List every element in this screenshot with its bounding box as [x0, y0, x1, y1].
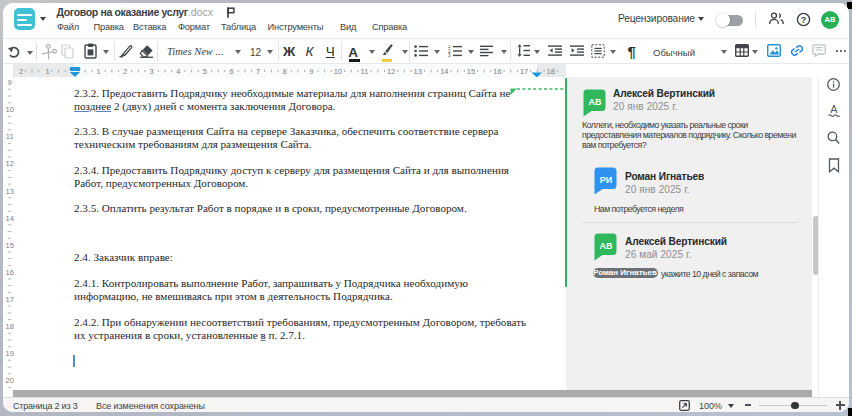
- svg-text:13: 13: [414, 67, 422, 76]
- svg-text:15: 15: [467, 67, 475, 76]
- svg-text:АВ: АВ: [589, 97, 602, 107]
- svg-text:16: 16: [6, 268, 14, 277]
- svg-text:9: 9: [309, 67, 313, 76]
- svg-text:19: 19: [6, 349, 14, 358]
- svg-text:6: 6: [229, 67, 233, 76]
- svg-text:7: 7: [256, 67, 260, 76]
- svg-text:14: 14: [6, 214, 14, 223]
- svg-text:13: 13: [6, 187, 14, 196]
- svg-text:15: 15: [6, 241, 14, 250]
- svg-text:?: ?: [801, 15, 807, 25]
- svg-text:АВ: АВ: [600, 241, 613, 251]
- svg-text:17: 17: [520, 67, 528, 76]
- svg-text:РИ: РИ: [600, 175, 612, 185]
- svg-text:1: 1: [96, 67, 100, 76]
- svg-text:10: 10: [334, 67, 342, 76]
- svg-text:12: 12: [6, 159, 14, 168]
- svg-text:А: А: [830, 103, 838, 115]
- svg-text:9: 9: [8, 78, 12, 87]
- svg-text:8: 8: [283, 67, 287, 76]
- svg-text:18: 18: [6, 322, 14, 331]
- svg-text:11: 11: [361, 67, 369, 76]
- svg-text:14: 14: [440, 67, 448, 76]
- svg-text:2: 2: [19, 67, 23, 76]
- svg-text:18: 18: [547, 67, 555, 76]
- svg-text:10: 10: [6, 105, 14, 114]
- svg-text:4: 4: [176, 67, 180, 76]
- svg-text:5: 5: [203, 67, 207, 76]
- svg-text:12: 12: [387, 67, 395, 76]
- svg-text:1: 1: [46, 67, 50, 76]
- svg-text:2: 2: [123, 67, 127, 76]
- svg-text:3: 3: [448, 53, 451, 57]
- svg-text:16: 16: [493, 67, 501, 76]
- svg-text:3: 3: [150, 67, 154, 76]
- svg-text:11: 11: [6, 132, 14, 141]
- svg-text:17: 17: [6, 295, 14, 304]
- svg-text:20: 20: [6, 376, 14, 385]
